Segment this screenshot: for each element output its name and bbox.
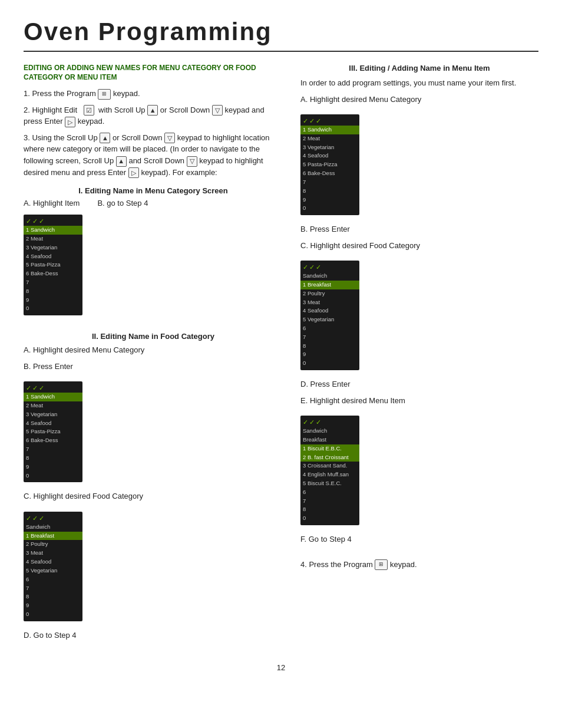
sub-i-a-label: A. Highlight Item: [24, 199, 80, 207]
left-column: EDITING OR ADDING NEW NAMES FOR MENU CAT…: [24, 64, 283, 645]
screen-iii-1-row-2: 2 Meat: [300, 134, 359, 143]
screen-ii-row-0: 0: [24, 472, 82, 480]
sub-iii-c: C. Highlight desired Food Category: [300, 240, 538, 252]
screen-ii-food-row-7: 7: [24, 584, 82, 593]
screen-iii-2-row-4: 4 Seafood: [300, 307, 359, 315]
step-1: 1. Press the Program ⊞ keypad.: [24, 88, 283, 100]
screen-iii-1-checkmarks: ✓✓✓: [300, 117, 359, 126]
screen-iii-3-checkmarks: ✓✓✓: [300, 418, 359, 427]
screen-iii-2-row-3: 3 Meat: [300, 298, 359, 307]
sub-iii-intro: In order to add program settings, you mu…: [300, 77, 538, 89]
screen-iii-1-row-5: 5 Pasta-Pizza: [300, 160, 359, 169]
scroll-up-icon-3: ▲: [116, 156, 127, 167]
screen-iii-3-breakfast: Breakfast: [300, 436, 359, 444]
sub-ii-a: A. Highlight desired Menu Category: [24, 344, 283, 356]
screen-iii-1-row-3: 3 Vegetarian: [300, 143, 359, 152]
screen-iii-1-row-6: 6 Bake-Dess: [300, 169, 359, 178]
screen-ii-row-2: 2 Meat: [24, 401, 82, 410]
step-2: 2. Highlight Edit ☑ with Scroll Up ▲ or …: [24, 104, 283, 127]
sub-ii-c: C. Highlight desired Food Category: [24, 490, 283, 502]
enter-icon: ▷: [65, 117, 75, 127]
screen-iii-2-row-8: 8: [300, 342, 359, 351]
screen-ii-row-9: 9: [24, 463, 82, 472]
screen-i-row-4: 4 Seafood: [24, 252, 82, 261]
sub-iii-d: D. Press Enter: [300, 378, 538, 390]
screen-iii-2-row-6: 6: [300, 324, 359, 333]
screen-i-row-1: 1 Sandwich: [24, 226, 82, 235]
step-3: 3. Using the Scroll Up ▲ or Scroll Down …: [24, 132, 283, 178]
sub-iii-f: F. Go to Step 4: [300, 533, 538, 545]
screen-iii-3-row-4: 4 English Muff.san: [300, 470, 359, 479]
program-keypad-icon: ⊞: [98, 89, 111, 100]
screen-iii-3-row-7: 7: [300, 497, 359, 506]
screen-iii-2-checkmarks: ✓✓✓: [300, 263, 359, 272]
sub-iii-heading: III. Editing / Adding Name in Menu Item: [300, 64, 538, 73]
enter-icon-2: ▷: [128, 167, 139, 178]
screen-i-row-0: 0: [24, 304, 82, 313]
screen-ii-food-row-2: 2 Poultry: [24, 540, 82, 549]
screen-iii-2-row-9: 9: [300, 350, 359, 359]
screen-ii-row-6: 6 Bake-Dess: [24, 436, 82, 445]
scroll-down-icon-3: ▽: [187, 156, 197, 167]
screen-ii-row-1: 1 Sandwich: [24, 393, 82, 401]
right-column: III. Editing / Adding Name in Menu Item …: [300, 64, 538, 645]
screen-ii-row-5: 5 Pasta-Pizza: [24, 427, 82, 436]
sub-ii-b: B. Press Enter: [24, 361, 283, 373]
sub-i-heading: I. Editing Name in Menu Category Screen: [24, 186, 283, 195]
screen-iii-3-row-1: 1 Biscuit E.B.C.: [300, 444, 359, 453]
program-keypad-icon-2: ⊞: [375, 559, 388, 570]
screen-ii-food-row-4: 4 Seafood: [24, 558, 82, 566]
screen-ii-food-sandwich: Sandwich: [24, 523, 82, 532]
screen-iii-3-row-3: 3 Croissant Sand.: [300, 462, 359, 470]
screen-ii-food-row-5: 5 Vegetarian: [24, 566, 82, 575]
sub-i-b-label: B. go to Step 4: [97, 199, 148, 207]
screen-iii-1-row-4: 4 Seafood: [300, 151, 359, 160]
screen-ii-food-checkmarks: ✓✓✓: [24, 514, 82, 523]
screen-iii-1-row-1: 1 Sandwich: [300, 126, 359, 134]
screen-i-row-6: 6 Bake-Dess: [24, 269, 82, 278]
sub-iii-b: B. Press Enter: [300, 223, 538, 235]
screen-ii-food-row-9: 9: [24, 601, 82, 610]
step-4: 4. Press the Program ⊞ keypad.: [300, 559, 538, 571]
screen-iii-3-row-8: 8: [300, 505, 359, 514]
screen-i-row-5: 5 Pasta-Pizza: [24, 261, 82, 269]
screen-ii-row-4: 4 Seafood: [24, 419, 82, 428]
screen-iii-1-row-0: 0: [300, 204, 359, 213]
screen-i: ✓✓✓ 1 Sandwich 2 Meat 3 Vegetarian 4 Sea…: [24, 215, 82, 315]
screen-i-row-8: 8: [24, 287, 82, 296]
highlight-edit-checkbox-icon: ☑: [84, 105, 94, 116]
screen-ii-food-row-3: 3 Meat: [24, 549, 82, 558]
screen-i-row-3: 3 Vegetarian: [24, 243, 82, 252]
screen-iii-1-row-7: 7: [300, 178, 359, 187]
screen-iii-3-sandwich: Sandwich: [300, 427, 359, 436]
left-section-heading: EDITING OR ADDING NEW NAMES FOR MENU CAT…: [24, 64, 283, 82]
screen-iii-3: ✓✓✓ Sandwich Breakfast 1 Biscuit E.B.C. …: [300, 416, 359, 525]
screen-ii-row-3: 3 Vegetarian: [24, 410, 82, 419]
screen-ii-row-8: 8: [24, 454, 82, 463]
screen-i-checkmarks: ✓✓✓: [24, 217, 82, 226]
screen-iii-2-row-2: 2 Poultry: [300, 289, 359, 298]
screen-iii-1-row-9: 9: [300, 196, 359, 205]
screen-ii-food-row-8: 8: [24, 592, 82, 601]
screen-iii-2-row-5: 5 Vegetarian: [300, 315, 359, 324]
screen-iii-1-row-8: 8: [300, 187, 359, 196]
screen-ii-checkmarks: ✓✓✓: [24, 384, 82, 393]
screen-iii-3-row-5: 5 Biscuit S.E.C.: [300, 479, 359, 488]
sub-ii-d: D. Go to Step 4: [24, 630, 283, 641]
screen-iii-1: ✓✓✓ 1 Sandwich 2 Meat 3 Vegetarian 4 Sea…: [300, 114, 359, 215]
screen-ii-food: ✓✓✓ Sandwich 1 Breakfast 2 Poultry 3 Mea…: [24, 512, 82, 621]
sub-ii-heading: II. Editing Name in Food Category: [24, 332, 283, 341]
scroll-down-icon-2: ▽: [164, 133, 175, 143]
screen-iii-3-row-2: 2 B. fast Croissant: [300, 453, 359, 462]
screen-ii-food-row-0: 0: [24, 610, 82, 619]
screen-iii-2: ✓✓✓ Sandwich 1 Breakfast 2 Poultry 3 Mea…: [300, 261, 359, 370]
sub-i-ab-row: A. Highlight Item B. go to Step 4: [24, 199, 283, 207]
screen-iii-2-sandwich: Sandwich: [300, 272, 359, 281]
screen-i-row-2: 2 Meat: [24, 235, 82, 243]
scroll-up-icon: ▲: [147, 105, 158, 116]
screen-ii-food-row-1: 1 Breakfast: [24, 532, 82, 541]
page-number: 12: [24, 663, 538, 672]
sub-iii-a: A. Highlight desired Menu Category: [300, 94, 538, 106]
screen-i-row-7: 7: [24, 278, 82, 287]
screen-ii-food-row-6: 6: [24, 575, 82, 584]
